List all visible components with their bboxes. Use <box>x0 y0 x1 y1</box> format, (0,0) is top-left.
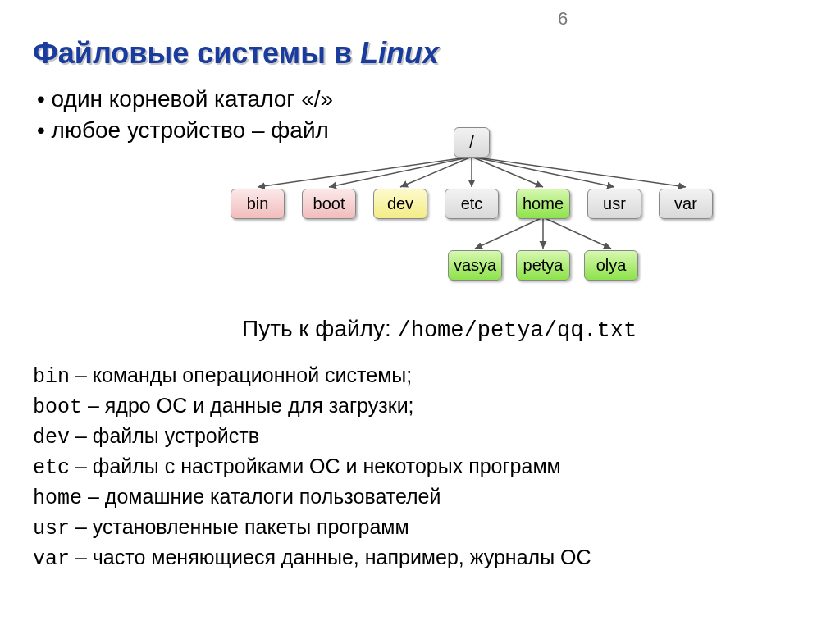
slide: 6 Файловые системы в Linux один корневой… <box>0 0 840 630</box>
node-olya: olya <box>584 250 638 281</box>
desc-key: boot <box>33 395 82 419</box>
title-text-linux: Linux <box>360 36 439 70</box>
node-home: home <box>516 189 570 219</box>
title-text-main: Файловые системы в <box>33 36 352 70</box>
desc-row: usr – установленные пакеты программ <box>33 513 591 543</box>
svg-line-0 <box>258 157 472 187</box>
bullet-item: один корневой каталог «/» <box>37 84 333 115</box>
desc-row: boot – ядро ОС и данные для загрузки; <box>33 391 591 422</box>
svg-line-1 <box>329 157 472 187</box>
directory-descriptions: bin – команды операционной системы; boot… <box>33 361 591 573</box>
desc-key: bin <box>33 365 70 389</box>
svg-line-4 <box>472 157 543 187</box>
desc-key: etc <box>33 456 70 480</box>
desc-key: usr <box>33 517 70 541</box>
slide-title: Файловые системы в Linux <box>33 36 439 71</box>
desc-text: – ядро ОС и данные для загрузки; <box>82 394 414 417</box>
desc-text: – домашние каталоги пользователей <box>82 485 441 508</box>
desc-row: etc – файлы с настройками ОС и некоторых… <box>33 452 591 482</box>
node-var: var <box>659 189 713 219</box>
node-dev: dev <box>373 189 427 219</box>
desc-text: – файлы устройств <box>70 424 259 447</box>
filesystem-tree: / bin boot dev etc home usr var vasya pe… <box>213 127 763 316</box>
svg-line-9 <box>543 217 611 249</box>
path-line: Путь к файлу: /home/petya/qq.txt <box>242 316 637 343</box>
svg-line-5 <box>472 157 614 187</box>
node-usr: usr <box>587 189 641 219</box>
desc-row: bin – команды операционной системы; <box>33 361 591 391</box>
desc-row: home – домашние каталоги пользователей <box>33 482 591 513</box>
page-number: 6 <box>558 8 568 30</box>
node-vasya: vasya <box>448 250 502 281</box>
desc-text: – файлы с настройками ОС и некоторых про… <box>70 454 561 477</box>
desc-key: dev <box>33 426 70 450</box>
svg-line-6 <box>472 157 686 187</box>
svg-line-7 <box>475 217 543 249</box>
path-value: /home/petya/qq.txt <box>398 318 637 343</box>
desc-key: var <box>33 547 70 571</box>
desc-text: – часто меняющиеся данные, например, жур… <box>70 546 591 568</box>
node-root: / <box>454 127 490 158</box>
node-bin: bin <box>231 189 285 219</box>
desc-text: – команды операционной системы; <box>70 363 412 386</box>
path-label: Путь к файлу: <box>242 316 391 341</box>
node-boot: boot <box>302 189 356 219</box>
desc-key: home <box>33 486 82 510</box>
svg-line-2 <box>400 157 472 187</box>
node-petya: petya <box>516 250 570 281</box>
desc-text: – установленные пакеты программ <box>70 515 409 538</box>
desc-row: dev – файлы устройств <box>33 422 591 452</box>
desc-row: var – часто меняющиеся данные, например,… <box>33 543 591 573</box>
node-etc: etc <box>445 189 499 219</box>
